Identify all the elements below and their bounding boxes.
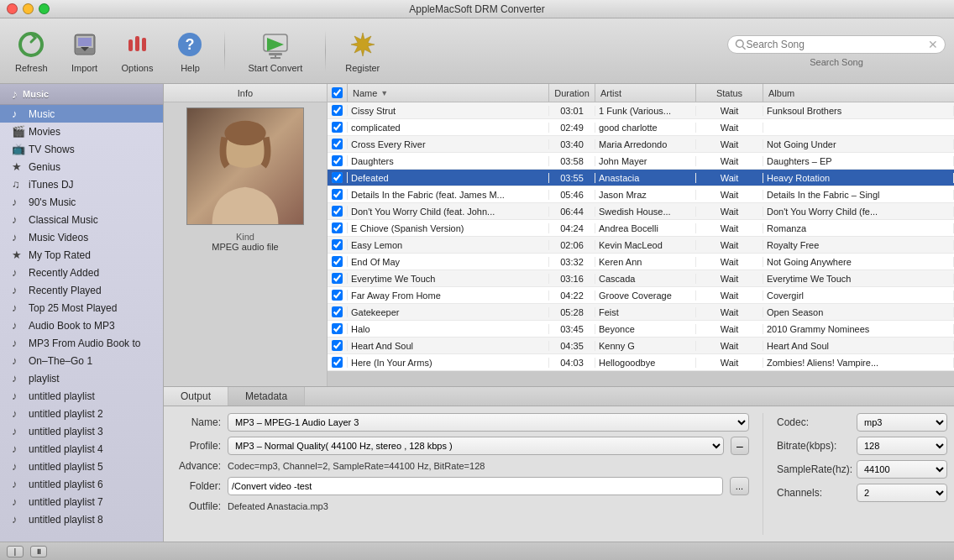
row-checkbox-7[interactable] <box>328 222 348 233</box>
table-row[interactable]: complicated 02:49 good charlotte Wait <box>328 119 954 136</box>
row-checkbox-1[interactable] <box>328 122 348 133</box>
tab-output[interactable]: Output <box>164 387 228 406</box>
sidebar-item-music-videos[interactable]: ♪ Music Videos <box>0 228 163 246</box>
table-row[interactable]: Details In the Fabric (feat. James M... … <box>328 186 954 203</box>
sidebar-item-top-25[interactable]: ♪ Top 25 Most Played <box>0 299 163 317</box>
folder-input[interactable] <box>228 477 723 495</box>
row-checkbox-6[interactable] <box>328 206 348 217</box>
search-input[interactable] <box>747 39 925 50</box>
minus-button[interactable]: – <box>731 437 749 455</box>
bitrate-select-wrapper[interactable]: 128 <box>857 437 947 455</box>
sidebar-item-mp3-from-audio[interactable]: ♪ MP3 From Audio Book to <box>0 334 163 352</box>
col-header-album[interactable]: Album <box>763 84 954 102</box>
close-button[interactable] <box>7 3 18 14</box>
sidebar-item-untitled-3[interactable]: ♪ untitled playlist 3 <box>0 422 163 440</box>
row-checkbox-4[interactable] <box>328 172 348 183</box>
sidebar-item-audiobook[interactable]: ♪ Audio Book to MP3 <box>0 317 163 334</box>
col-header-status[interactable]: Status <box>696 84 763 102</box>
sidebar-item-90s-music[interactable]: ♪ 90's Music <box>0 193 163 211</box>
table-row[interactable]: Far Away From Home 04:22 Groove Coverage… <box>328 287 954 304</box>
table-row[interactable]: End Of May 03:32 Keren Ann Wait Not Goin… <box>328 254 954 270</box>
sidebar-item-movies[interactable]: 🎬 Movies <box>0 123 163 140</box>
profile-select-wrapper[interactable]: MP3 – Normal Quality( 44100 Hz, stereo ,… <box>228 437 724 455</box>
row-checkbox-14[interactable] <box>328 340 348 351</box>
help-button[interactable]: ? Help <box>168 26 212 76</box>
register-button[interactable]: Register <box>338 26 386 76</box>
table-row[interactable]: Heart And Soul 04:35 Kenny G Wait Heart … <box>328 338 954 354</box>
sidebar-item-recently-played[interactable]: ♪ Recently Played <box>0 281 163 299</box>
row-checkbox-9[interactable] <box>328 256 348 267</box>
sidebar-item-on-the-go[interactable]: ♪ On–The–Go 1 <box>0 352 163 369</box>
minimize-button[interactable] <box>23 3 34 14</box>
sidebar-item-genius[interactable]: ★ Genius <box>0 158 163 175</box>
tab-metadata[interactable]: Metadata <box>228 387 305 406</box>
sidebar-item-music[interactable]: ♪ Music <box>0 105 163 123</box>
table-row[interactable]: Cross Every River 03:40 Maria Arredondo … <box>328 136 954 153</box>
sidebar-item-untitled-5[interactable]: ♪ untitled playlist 5 <box>0 458 163 475</box>
sidebar-item-untitled-4[interactable]: ♪ untitled playlist 4 <box>0 440 163 458</box>
import-button[interactable]: Import <box>63 26 107 76</box>
table-row[interactable]: Cissy Strut 03:01 1 Funk (Various... Wai… <box>328 102 954 119</box>
table-row[interactable]: Everytime We Touch 03:16 Cascada Wait Ev… <box>328 270 954 287</box>
row-checkbox-5[interactable] <box>328 189 348 200</box>
row-checkbox-0[interactable] <box>328 105 348 116</box>
sidebar-item-untitled-8[interactable]: ♪ untitled playlist 8 <box>0 510 163 528</box>
codec-select[interactable]: mp3 <box>857 413 947 432</box>
table-row[interactable]: Halo 03:45 Beyonce Wait 2010 Grammy Nomi… <box>328 321 954 338</box>
table-row[interactable]: Easy Lemon 02:06 Kevin MacLeod Wait Roya… <box>328 237 954 254</box>
col-header-artist[interactable]: Artist <box>595 84 696 102</box>
table-row[interactable]: Gatekeeper 05:28 Feist Wait Open Season <box>328 304 954 321</box>
browse-button[interactable]: ... <box>730 477 749 495</box>
row-checkbox-13[interactable] <box>328 323 348 334</box>
options-button[interactable]: Options <box>115 26 160 76</box>
table-row[interactable]: Defeated 03:55 Anastacia Wait Heavy Rota… <box>328 170 954 186</box>
channels-select-wrapper[interactable]: 2 <box>857 484 947 502</box>
col-header-name[interactable]: Name ▼ <box>348 84 549 102</box>
maximize-button[interactable] <box>39 3 50 14</box>
table-row[interactable]: Here (In Your Arms) 04:03 Hellogoodbye W… <box>328 354 954 371</box>
sidebar-item-untitled-2[interactable]: ♪ untitled playlist 2 <box>0 405 163 422</box>
row-checkbox-11[interactable] <box>328 290 348 301</box>
name-select[interactable]: MP3 – MPEG-1 Audio Layer 3 <box>228 413 749 432</box>
sidebar-item-itunes-dj[interactable]: ♫ iTunes DJ <box>0 175 163 193</box>
sidebar-item-my-top-rated[interactable]: ★ My Top Rated <box>0 246 163 264</box>
select-all-checkbox[interactable] <box>332 87 343 98</box>
status-btn-2[interactable]: ⏸ <box>30 546 47 557</box>
codec-select-wrapper[interactable]: mp3 <box>857 413 947 432</box>
table-row[interactable]: Daughters 03:58 John Mayer Wait Daughter… <box>328 153 954 170</box>
sidebar-item-recently-added[interactable]: ♪ Recently Added <box>0 264 163 281</box>
sidebar-item-classical[interactable]: ♪ Classical Music <box>0 211 163 228</box>
refresh-button[interactable]: Refresh <box>8 26 55 76</box>
col-header-duration[interactable]: Duration <box>549 84 595 102</box>
row-checkbox-2[interactable] <box>328 139 348 149</box>
search-clear-icon[interactable]: ✕ <box>928 38 938 51</box>
samplerate-select-wrapper[interactable]: 44100 <box>857 460 947 479</box>
table-scroll[interactable]: Cissy Strut 03:01 1 Funk (Various... Wai… <box>328 102 954 386</box>
samplerate-select[interactable]: 44100 <box>857 460 947 479</box>
search-box[interactable]: ✕ <box>727 35 946 54</box>
row-status-4: Wait <box>696 173 763 183</box>
row-checkbox-12[interactable] <box>328 306 348 317</box>
sidebar-item-untitled-6[interactable]: ♪ untitled playlist 6 <box>0 475 163 493</box>
row-checkbox-10[interactable] <box>328 273 348 284</box>
status-btn-1[interactable]: | <box>7 546 24 557</box>
table-row[interactable]: Don't You Worry Child (feat. John... 06:… <box>328 203 954 220</box>
row-duration-13: 03:45 <box>549 324 595 334</box>
name-select-wrapper[interactable]: MP3 – MPEG-1 Audio Layer 3 <box>228 413 749 432</box>
kind-info: Kind MPEG audio file <box>212 232 278 252</box>
window-controls[interactable] <box>7 3 50 14</box>
table-row[interactable]: E Chiove (Spanish Version) 04:24 Andrea … <box>328 220 954 237</box>
refresh-icon <box>16 29 46 60</box>
row-checkbox-3[interactable] <box>328 155 348 166</box>
profile-select[interactable]: MP3 – Normal Quality( 44100 Hz, stereo ,… <box>228 437 724 455</box>
start-convert-button[interactable]: Start Convert <box>238 26 312 76</box>
svg-point-18 <box>224 121 265 146</box>
sidebar-item-tv-shows[interactable]: 📺 TV Shows <box>0 140 163 158</box>
row-checkbox-15[interactable] <box>328 357 348 368</box>
sidebar-item-playlist[interactable]: ♪ playlist <box>0 369 163 387</box>
channels-select[interactable]: 2 <box>857 484 947 502</box>
row-checkbox-8[interactable] <box>328 239 348 250</box>
sidebar-item-untitled-7[interactable]: ♪ untitled playlist 7 <box>0 493 163 510</box>
bitrate-select[interactable]: 128 <box>857 437 947 455</box>
sidebar-item-untitled-1[interactable]: ♪ untitled playlist <box>0 387 163 405</box>
